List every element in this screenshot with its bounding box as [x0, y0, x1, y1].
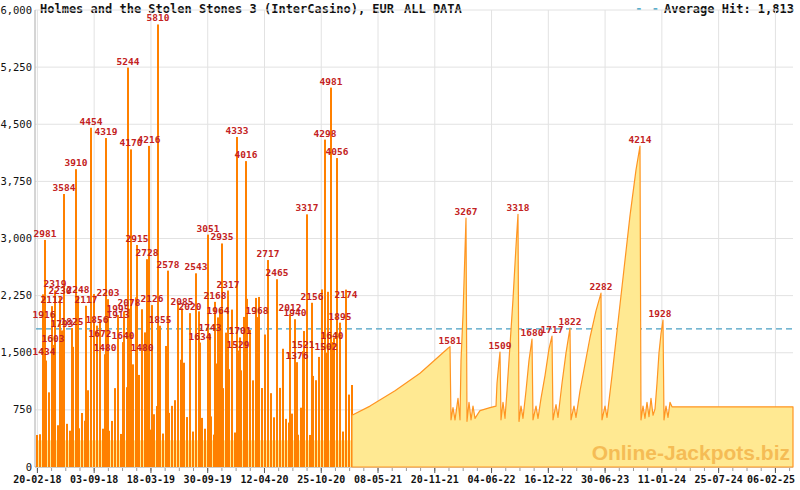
- jackpot-spike-labeled: [159, 326, 161, 467]
- hit-value-label: 4298: [314, 128, 337, 139]
- hit-value-label: 2543: [185, 261, 208, 272]
- hit-value-label: 5810: [147, 12, 170, 23]
- jackpot-spike-labeled: [302, 351, 304, 467]
- watermark: Online-Jackpots.biz: [592, 441, 790, 465]
- y-axis-tick-label: 6,000: [0, 4, 32, 16]
- jackpot-spike-labeled: [345, 301, 347, 467]
- hit-value-label: 1701: [229, 325, 252, 336]
- hit-value-label: 2282: [590, 281, 613, 292]
- hit-value-label: 1502: [315, 341, 338, 352]
- jackpot-spike-labeled: [85, 306, 87, 467]
- jackpot-spike: [114, 388, 116, 467]
- jackpot-spike: [252, 380, 254, 467]
- hit-value-label: 2717: [257, 248, 280, 259]
- jackpot-spike: [300, 408, 302, 467]
- hit-value-label: 1913: [107, 309, 130, 320]
- jackpot-spike: [120, 434, 122, 467]
- jackpot-spike-labeled: [71, 328, 73, 467]
- jackpot-spike-labeled: [122, 342, 124, 467]
- jackpot-spike: [285, 419, 287, 467]
- jackpot-spike: [270, 393, 272, 467]
- x-axis-tick-label: 12-04-20: [240, 474, 288, 485]
- hit-value-label: 1603: [42, 333, 65, 344]
- hit-value-label: 1743: [199, 322, 222, 333]
- jackpot-spike: [69, 431, 71, 467]
- jackpot-spike: [315, 380, 317, 467]
- jackpot-spike-labeled: [157, 24, 159, 467]
- hit-value-label: 2078: [118, 297, 141, 308]
- jackpot-spike-labeled: [331, 342, 333, 467]
- y-axis-tick-label: 2,250: [0, 289, 32, 301]
- x-axis-tick-label: 20-11-21: [411, 474, 459, 485]
- jackpot-spike: [333, 338, 335, 467]
- hit-value-label: 2935: [211, 231, 234, 242]
- jackpot-spike: [348, 395, 350, 467]
- hit-value-label: 3318: [507, 202, 530, 213]
- jackpot-spike: [171, 406, 173, 467]
- x-axis-tick-label: 25-10-20: [297, 474, 345, 485]
- jackpot-spike-labeled: [221, 243, 223, 467]
- hit-value-label: 2578: [157, 259, 180, 270]
- hit-value-label: 1928: [649, 308, 672, 319]
- jackpot-spike: [177, 303, 179, 467]
- hit-value-label: 2915: [126, 233, 149, 244]
- y-axis-tick-label: 3,750: [0, 175, 32, 187]
- jackpot-spike-labeled: [325, 353, 327, 467]
- jackpot-spike-labeled: [52, 345, 54, 467]
- jackpot-spike: [261, 388, 263, 467]
- hit-value-label: 1640: [321, 330, 344, 341]
- jackpot-spike-labeled: [237, 351, 239, 467]
- hit-value-label: 1581: [439, 335, 462, 346]
- x-axis-tick-label: 08-05-21: [354, 474, 402, 485]
- hit-value-label: 5244: [117, 56, 140, 67]
- jackpot-spike: [162, 434, 164, 467]
- jackpot-spike: [87, 390, 89, 467]
- jackpot-spike-labeled: [63, 194, 65, 467]
- jackpot-spike: [204, 429, 206, 467]
- jackpot-spike: [321, 289, 323, 467]
- jackpot-spike: [225, 333, 227, 467]
- y-axis-tick-label: 750: [13, 403, 32, 415]
- hit-value-label: 4214: [629, 134, 652, 145]
- jackpot-spike: [81, 413, 83, 467]
- jackpot-spike-labeled: [209, 334, 211, 467]
- x-axis-tick-label: 20-02-18: [13, 474, 61, 485]
- x-axis-tick-label: 30-06-23: [581, 474, 629, 485]
- jackpot-spike: [309, 435, 311, 467]
- hit-value-label: 2117: [75, 294, 98, 305]
- jackpot-spike-labeled: [199, 343, 201, 467]
- jackpot-spike-labeled: [99, 340, 101, 467]
- chart-canvas: 1916143429812112160323192230179335841825…: [0, 0, 800, 490]
- hit-value-label: 4981: [320, 76, 343, 87]
- jackpot-spike-labeled: [239, 337, 241, 467]
- x-axis-tick-label: 18-03-19: [127, 474, 175, 485]
- jackpot-spike-labeled: [256, 317, 258, 467]
- x-axis-tick-label: 16-12-22: [524, 474, 572, 485]
- jackpot-spike: [36, 435, 38, 467]
- hit-value-label: 1529: [227, 339, 250, 350]
- y-axis-tick-label: 0: [26, 461, 32, 473]
- jackpot-spike: [138, 375, 140, 467]
- jackpot-spike: [273, 417, 275, 467]
- x-axis-tick-label: 04-06-22: [467, 474, 515, 485]
- jackpot-spike: [258, 297, 260, 467]
- y-axis-tick-label: 3,000: [0, 232, 32, 244]
- hit-value-label: 1480: [131, 342, 154, 353]
- hit-value-label: 1968: [246, 305, 269, 316]
- jackpot-spike: [183, 363, 185, 467]
- hit-value-label: 2728: [136, 247, 159, 258]
- hit-value-label: 4333: [226, 125, 249, 136]
- jackpot-spike-labeled: [136, 245, 138, 467]
- hit-value-label: 2203: [97, 287, 120, 298]
- jackpot-spike-labeled: [151, 305, 153, 467]
- jackpot-spike: [192, 432, 194, 467]
- jackpot-spike-labeled: [311, 303, 313, 467]
- x-axis-tick-label: 30-09-19: [184, 474, 232, 485]
- jackpot-spike-labeled: [117, 321, 119, 467]
- jackpot-spike-labeled: [227, 291, 229, 467]
- hit-value-label: 2465: [266, 267, 289, 278]
- jackpot-spike: [57, 425, 59, 467]
- hit-value-label: 1434: [33, 346, 56, 357]
- jackpot-spike: [342, 432, 344, 467]
- jackpot-spike: [39, 434, 41, 467]
